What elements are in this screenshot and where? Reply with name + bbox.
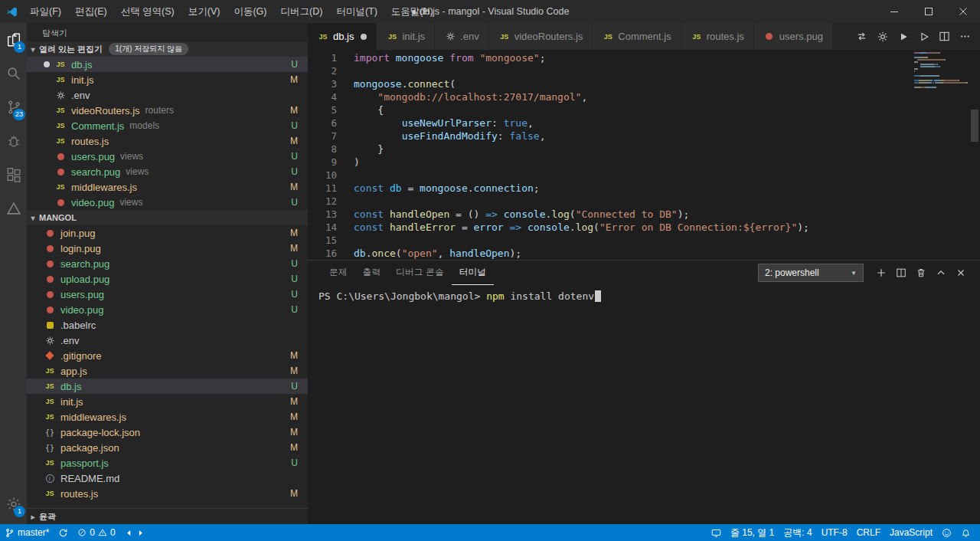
- open-editor-item[interactable]: video.pugviewsU: [27, 195, 308, 210]
- tree-item[interactable]: JSmiddlewares.jsM: [27, 409, 308, 425]
- line-number[interactable]: 14: [308, 221, 337, 234]
- sync-status[interactable]: [54, 524, 73, 541]
- menu-item-0[interactable]: 파일(F): [23, 0, 68, 23]
- tree-item[interactable]: JSroutes.jsM: [27, 486, 308, 501]
- open-editor-item[interactable]: JSroutes.jsM: [27, 133, 308, 149]
- menu-item-4[interactable]: 이동(G): [227, 0, 273, 23]
- menu-item-1[interactable]: 편집(E): [68, 0, 114, 23]
- terminal-area[interactable]: PS C:\Users\Jongbok\mangol> npm install …: [308, 285, 980, 524]
- tree-item[interactable]: login.pugM: [27, 241, 308, 256]
- editor-tab[interactable]: .env: [435, 23, 489, 50]
- open-editor-item[interactable]: JSdb.jsU: [27, 57, 308, 72]
- open-editor-item[interactable]: JSmiddlewares.jsM: [27, 179, 308, 195]
- new-terminal-icon[interactable]: [871, 263, 891, 283]
- tree-item[interactable]: upload.pugU: [27, 271, 308, 287]
- tree-item[interactable]: {}package-lock.jsonM: [27, 425, 308, 440]
- line-number[interactable]: 16: [308, 247, 337, 260]
- line-number[interactable]: 9: [308, 156, 337, 169]
- nav-arrows[interactable]: [120, 524, 149, 541]
- more-actions-icon[interactable]: [955, 26, 975, 47]
- panel-tab-3[interactable]: 터미널: [452, 261, 494, 285]
- eol-sequence[interactable]: CRLF: [852, 524, 885, 541]
- tree-item[interactable]: join.pugM: [27, 225, 308, 241]
- editor-tab[interactable]: JSdb.js: [308, 23, 377, 50]
- tree-item[interactable]: iREADME.md: [27, 471, 308, 486]
- editor-scrollbar[interactable]: [971, 110, 978, 142]
- language-mode[interactable]: JavaScript: [885, 524, 937, 541]
- tree-item[interactable]: .babelrc: [27, 317, 308, 333]
- problems-status[interactable]: 0 0: [73, 524, 119, 541]
- menu-item-6[interactable]: 터미널(T): [329, 0, 384, 23]
- line-number[interactable]: 1: [308, 51, 337, 64]
- minimize-button[interactable]: [877, 0, 911, 23]
- close-button[interactable]: [946, 0, 980, 23]
- split-terminal-icon[interactable]: [891, 263, 911, 283]
- panel-tab-1[interactable]: 출력: [355, 261, 389, 285]
- close-panel-icon[interactable]: [951, 263, 971, 283]
- activitybar-explorer-icon[interactable]: 1: [0, 23, 27, 57]
- run-alt-icon[interactable]: [913, 26, 934, 47]
- indentation[interactable]: 공백: 4: [779, 524, 816, 541]
- line-number[interactable]: 10: [308, 169, 337, 182]
- menu-item-5[interactable]: 디버그(D): [274, 0, 330, 23]
- editor-tab[interactable]: JSComment.js: [593, 23, 681, 50]
- activitybar-search-icon[interactable]: [0, 57, 27, 90]
- line-number[interactable]: 12: [308, 195, 337, 208]
- line-number[interactable]: 4: [308, 90, 337, 103]
- screencast-status[interactable]: [707, 524, 726, 541]
- cursor-position[interactable]: 줄 15, 열 1: [726, 524, 779, 541]
- kill-terminal-icon[interactable]: [911, 263, 931, 283]
- editor-tab[interactable]: users.pug: [754, 23, 833, 50]
- open-editor-item[interactable]: JSinit.jsM: [27, 72, 308, 87]
- minimap[interactable]: [914, 52, 968, 89]
- tree-item[interactable]: .env: [27, 333, 308, 348]
- tree-item[interactable]: JSdb.jsU: [27, 379, 308, 394]
- open-editor-item[interactable]: JSComment.jsmodelsU: [27, 118, 308, 133]
- line-number[interactable]: 2: [308, 64, 337, 77]
- line-number[interactable]: 11: [308, 182, 337, 195]
- open-editor-item[interactable]: search.pugviewsU: [27, 164, 308, 179]
- editor-tab[interactable]: JSvideoRouters.js: [489, 23, 593, 50]
- terminal-shell-select[interactable]: 2: powershell ▼: [758, 264, 864, 282]
- outline-header[interactable]: ▸ 윤곽: [27, 509, 308, 524]
- open-editor-item[interactable]: JSvideoRouters.jsroutersM: [27, 103, 308, 118]
- notifications-bell[interactable]: [956, 524, 975, 541]
- tree-item[interactable]: JSapp.jsM: [27, 363, 308, 379]
- settings-icon[interactable]: [872, 26, 893, 47]
- tree-item[interactable]: JSpassport.jsU: [27, 455, 308, 471]
- open-editor-item[interactable]: .env: [27, 87, 308, 103]
- maximize-button[interactable]: [911, 0, 946, 23]
- encoding[interactable]: UTF-8: [817, 524, 852, 541]
- activitybar-custom-triangle-icon[interactable]: [0, 192, 27, 225]
- open-changes-icon[interactable]: [851, 26, 872, 47]
- tree-item[interactable]: search.pugU: [27, 256, 308, 271]
- open-editor-item[interactable]: users.pugviewsU: [27, 149, 308, 164]
- line-number[interactable]: 6: [308, 116, 337, 130]
- tree-item[interactable]: .gitignoreM: [27, 348, 308, 363]
- maximize-panel-icon[interactable]: [931, 263, 951, 283]
- tree-item[interactable]: {}package.jsonM: [27, 440, 308, 455]
- tree-item[interactable]: users.pugU: [27, 287, 308, 302]
- git-branch-status[interactable]: master*: [0, 524, 54, 541]
- tree-item[interactable]: JSinit.jsM: [27, 394, 308, 409]
- line-number[interactable]: 3: [308, 77, 337, 90]
- panel-tab-0[interactable]: 문제: [322, 261, 355, 285]
- menu-item-3[interactable]: 보기(V): [181, 0, 227, 23]
- code-editor[interactable]: 1import mongoose from "mongoose";23mongo…: [308, 50, 980, 260]
- editor-tab[interactable]: JSroutes.js: [681, 23, 754, 50]
- activitybar-manage-icon[interactable]: 1: [0, 487, 27, 521]
- run-icon[interactable]: [893, 26, 913, 47]
- activitybar-source-control-icon[interactable]: 23: [0, 90, 27, 124]
- split-editor-icon[interactable]: [934, 26, 955, 47]
- line-number[interactable]: 5: [308, 103, 337, 116]
- menu-item-2[interactable]: 선택 영역(S): [114, 0, 181, 23]
- editor-tab[interactable]: JSinit.js: [377, 23, 435, 50]
- feedback-smiley[interactable]: [937, 524, 956, 541]
- open-editors-header[interactable]: ▾ 열려 있는 편집기 1(개) 저장되지 않음: [27, 41, 308, 57]
- tree-item[interactable]: video.pugU: [27, 302, 308, 317]
- line-number[interactable]: 15: [308, 234, 337, 247]
- line-number[interactable]: 13: [308, 208, 337, 221]
- line-number[interactable]: 8: [308, 143, 337, 156]
- line-number[interactable]: 7: [308, 130, 337, 143]
- project-folder-header[interactable]: ▾ MANGOL: [27, 210, 308, 225]
